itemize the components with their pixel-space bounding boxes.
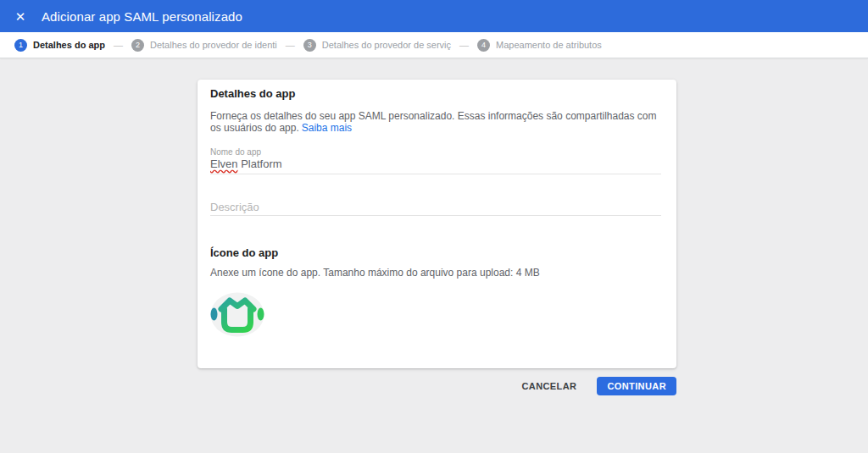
card-description-text: Forneça os detalhes do seu app SAML pers…	[210, 110, 657, 134]
step-4-label: Mapeamento de atributos	[496, 40, 602, 50]
stepper-step-1[interactable]: 1 Detalhes do app	[14, 39, 105, 52]
app-name-input[interactable]: Elven Platform	[210, 158, 661, 174]
stepper: 1 Detalhes do app — 2 Detalhes do proved…	[0, 32, 868, 58]
step-2-label: Detalhes do provedor de identi	[150, 40, 277, 50]
stepper-step-3[interactable]: 3 Detalhes do provedor de serviç	[303, 39, 451, 52]
step-1-label: Detalhes do app	[33, 40, 105, 50]
step-separator: —	[459, 40, 469, 50]
step-1-badge: 1	[14, 39, 27, 52]
description-input[interactable]: Descrição	[210, 202, 661, 216]
step-2-badge: 2	[131, 39, 144, 52]
app-name-value-rest: Platform	[238, 157, 282, 170]
step-3-badge: 3	[303, 39, 316, 52]
app-name-label: Nome do app	[210, 147, 661, 157]
dialog-titlebar: ✕ Adicionar app SAML personalizado	[0, 0, 868, 32]
learn-more-link[interactable]: Saiba mais	[302, 122, 352, 134]
cancel-button[interactable]: CANCELAR	[516, 377, 581, 395]
app-name-value-misspelled: Elven	[210, 157, 238, 170]
dialog-title: Adicionar app SAML personalizado	[42, 9, 242, 24]
step-separator: —	[114, 40, 123, 50]
action-bar: CANCELAR CONTINUAR	[516, 377, 676, 395]
card-description: Forneça os detalhes do seu app SAML pers…	[210, 110, 661, 134]
icon-section-title: Ícone do app	[210, 246, 661, 259]
page-body: Detalhes do app Forneça os detalhes do s…	[0, 58, 868, 453]
elven-logo-icon	[210, 292, 264, 337]
app-details-card: Detalhes do app Forneça os detalhes do s…	[198, 80, 676, 368]
stepper-step-4[interactable]: 4 Mapeamento de atributos	[477, 39, 602, 52]
stepper-step-2[interactable]: 2 Detalhes do provedor de identi	[131, 39, 277, 52]
card-title: Detalhes do app	[210, 88, 661, 100]
app-icon-preview[interactable]	[210, 292, 264, 337]
step-3-label: Detalhes do provedor de serviç	[322, 40, 451, 50]
close-icon[interactable]: ✕	[14, 10, 27, 23]
icon-section-subtitle: Anexe um ícone do app. Tamanho máximo do…	[210, 267, 661, 279]
continue-button[interactable]: CONTINUAR	[597, 377, 676, 395]
step-separator: —	[286, 40, 295, 50]
step-4-badge: 4	[477, 39, 490, 52]
